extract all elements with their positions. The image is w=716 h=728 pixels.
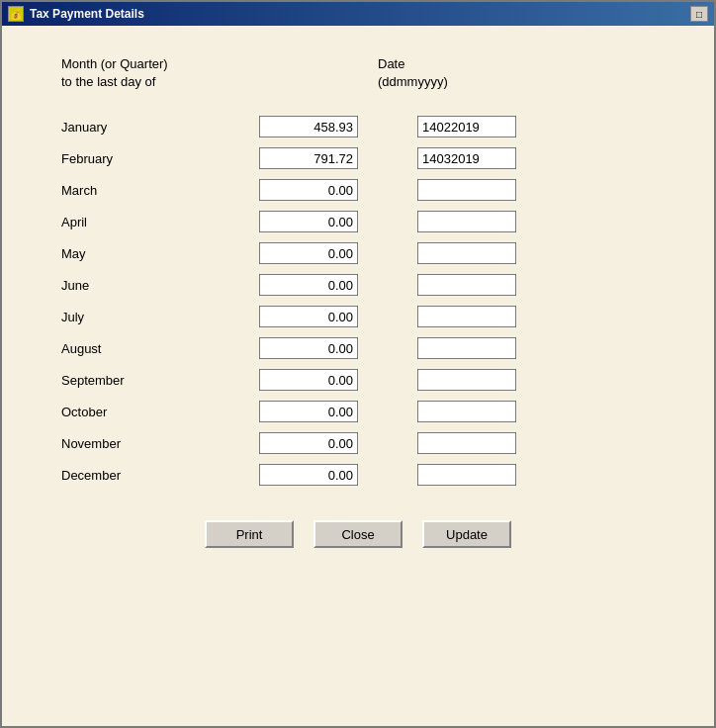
month-row: May	[61, 237, 655, 269]
amount-input[interactable]	[259, 147, 358, 169]
month-row: August	[61, 332, 655, 364]
amount-input[interactable]	[259, 211, 358, 232]
main-window: 💰 Tax Payment Details □ Month (or Quarte…	[0, 0, 716, 728]
maximize-button[interactable]: □	[690, 6, 708, 22]
month-label: November	[61, 436, 259, 451]
date-input[interactable]	[417, 211, 516, 232]
month-row: February	[61, 142, 655, 174]
date-input[interactable]	[417, 401, 516, 422]
window-controls: □	[690, 6, 708, 22]
date-input[interactable]	[417, 179, 516, 201]
window-title: Tax Payment Details	[30, 7, 684, 21]
date-input[interactable]	[417, 464, 516, 486]
amount-input[interactable]	[259, 464, 358, 486]
app-icon: 💰	[8, 6, 24, 22]
update-button[interactable]: Update	[422, 520, 511, 548]
amount-input[interactable]	[259, 242, 358, 264]
month-row: October	[61, 396, 655, 427]
amount-input[interactable]	[259, 337, 358, 359]
month-row: September	[61, 364, 655, 396]
month-label: May	[61, 246, 259, 261]
date-input[interactable]	[417, 116, 516, 137]
month-label: September	[61, 373, 259, 388]
title-bar: 💰 Tax Payment Details □	[2, 2, 714, 26]
amount-input[interactable]	[259, 116, 358, 137]
date-input[interactable]	[417, 274, 516, 296]
month-row: July	[61, 301, 655, 332]
months-grid: JanuaryFebruaryMarchAprilMayJuneJulyAugu…	[61, 111, 655, 491]
month-row: January	[61, 111, 655, 142]
month-label: June	[61, 278, 259, 293]
month-row: December	[61, 459, 655, 491]
column-headers: Month (or Quarter) to the last day of Da…	[61, 55, 655, 91]
month-label: July	[61, 310, 259, 324]
date-input[interactable]	[417, 432, 516, 454]
amount-input[interactable]	[259, 179, 358, 201]
month-label: February	[61, 151, 259, 166]
month-label: April	[61, 215, 259, 229]
month-column-header: Month (or Quarter) to the last day of	[61, 55, 259, 91]
date-input[interactable]	[417, 337, 516, 359]
amount-input[interactable]	[259, 369, 358, 391]
close-button[interactable]: Close	[313, 520, 403, 548]
amount-input[interactable]	[259, 274, 358, 296]
date-input[interactable]	[417, 242, 516, 264]
month-label: January	[61, 120, 259, 135]
amount-input[interactable]	[259, 401, 358, 422]
button-row: Print Close Update	[61, 520, 655, 548]
print-button[interactable]: Print	[205, 520, 294, 548]
date-column-header: Date (ddmmyyyy)	[378, 55, 448, 91]
month-row: June	[61, 269, 655, 301]
month-label: August	[61, 341, 259, 356]
month-row: November	[61, 427, 655, 459]
date-input[interactable]	[417, 147, 516, 169]
month-row: April	[61, 206, 655, 237]
month-label: March	[61, 183, 259, 198]
amount-input[interactable]	[259, 432, 358, 454]
month-label: October	[61, 405, 259, 419]
content-area: Month (or Quarter) to the last day of Da…	[2, 26, 714, 726]
month-label: December	[61, 468, 259, 483]
date-input[interactable]	[417, 369, 516, 391]
month-row: March	[61, 174, 655, 206]
amount-input[interactable]	[259, 306, 358, 327]
date-input[interactable]	[417, 306, 516, 327]
